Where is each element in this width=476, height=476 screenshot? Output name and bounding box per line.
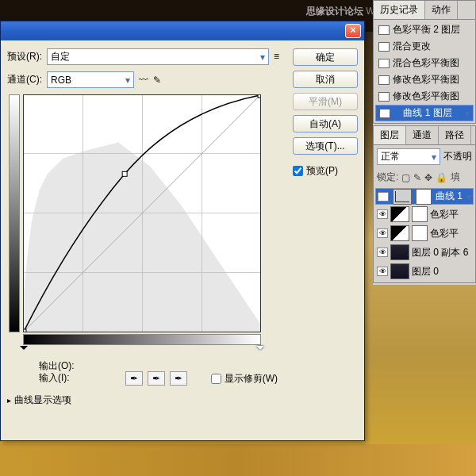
layer-row[interactable]: 色彩平	[375, 205, 474, 224]
tab-actions[interactable]: 动作	[425, 1, 458, 19]
output-gradient	[9, 94, 20, 332]
preset-label: 预设(R):	[7, 50, 42, 63]
titlebar[interactable]: ×	[1, 21, 364, 40]
curve-tool-icon[interactable]: 〰	[139, 75, 148, 86]
pencil-tool-icon[interactable]: ✎	[153, 75, 161, 86]
lock-pixels-icon[interactable]: ▢	[401, 172, 410, 183]
layer-row[interactable]: 图层 0 副本 6	[375, 243, 474, 262]
black-point-slider[interactable]	[20, 346, 28, 354]
lock-move-icon[interactable]: ✥	[424, 172, 432, 183]
tab-history[interactable]: 历史记录	[374, 1, 425, 19]
blend-mode-select[interactable]: 正常	[377, 148, 440, 165]
svg-rect-2	[122, 171, 127, 176]
visibility-icon[interactable]	[377, 248, 388, 257]
smooth-button[interactable]: 平滑(M)	[293, 93, 358, 110]
show-clipping-checkbox[interactable]: 显示修剪(W)	[211, 371, 278, 386]
auto-button[interactable]: 自动(A)	[293, 115, 358, 132]
layer-row[interactable]: 色彩平	[375, 224, 474, 243]
visibility-icon[interactable]	[377, 267, 388, 276]
layer-row[interactable]: 曲线 1	[375, 188, 474, 205]
lock-paint-icon[interactable]: ✎	[413, 172, 421, 183]
white-point-slider[interactable]	[256, 346, 264, 354]
input-label: 输入(I):	[39, 371, 70, 386]
curve-display-options[interactable]: 曲线显示选项	[7, 393, 286, 407]
svg-line-0	[24, 95, 260, 332]
history-item[interactable]: 混合色彩平衡图	[375, 55, 474, 71]
svg-rect-1	[24, 329, 26, 332]
lock-all-icon[interactable]: 🔒	[436, 172, 447, 183]
curves-dialog: × 预设(R): 自定 ≡ 通道(C): RGB 〰 ✎	[0, 21, 365, 441]
preview-checkbox[interactable]: 预览(P)	[293, 164, 358, 178]
opacity-label: 不透明	[443, 150, 472, 163]
background-image	[0, 444, 476, 476]
tab-layers[interactable]: 图层	[374, 126, 406, 144]
layers-panel: 图层 通道 路径 正常 不透明 锁定: ▢ ✎ ✥ 🔒 填 曲线 1色彩平色彩平…	[373, 125, 476, 283]
preset-select[interactable]: 自定	[47, 48, 269, 65]
history-item[interactable]: 修改色彩平衡图	[375, 88, 474, 105]
channel-label: 通道(C):	[7, 73, 42, 86]
curve-line	[24, 95, 260, 332]
history-item[interactable]: 混合更改	[375, 38, 474, 55]
input-gradient	[23, 334, 261, 345]
ok-button[interactable]: 确定	[293, 48, 358, 66]
svg-rect-3	[258, 95, 260, 98]
cancel-button[interactable]: 取消	[293, 71, 358, 88]
tab-channels[interactable]: 通道	[406, 126, 439, 144]
channel-select[interactable]: RGB	[47, 71, 134, 88]
layer-row[interactable]: 图层 0	[375, 262, 474, 281]
history-item[interactable]: 曲线 1 图层	[375, 105, 474, 121]
close-icon[interactable]: ×	[345, 24, 361, 38]
history-item[interactable]: 色彩平衡 2 图层	[375, 21, 474, 38]
tab-paths[interactable]: 路径	[439, 126, 471, 144]
history-item[interactable]: 修改色彩平衡图	[375, 71, 474, 88]
menu-icon[interactable]: ≡	[274, 51, 286, 63]
visibility-icon[interactable]	[377, 209, 388, 219]
visibility-icon[interactable]	[378, 192, 389, 202]
visibility-icon[interactable]	[377, 228, 388, 238]
curve-grid[interactable]	[23, 94, 261, 332]
gray-eyedropper-icon[interactable]: ✒	[148, 371, 165, 386]
history-panel: 历史记录 动作 色彩平衡 2 图层混合更改混合色彩平衡图修改色彩平衡图修改色彩平…	[373, 0, 476, 124]
options-button[interactable]: 选项(T)...	[293, 137, 358, 155]
white-eyedropper-icon[interactable]: ✒	[170, 371, 187, 386]
black-eyedropper-icon[interactable]: ✒	[125, 371, 143, 386]
